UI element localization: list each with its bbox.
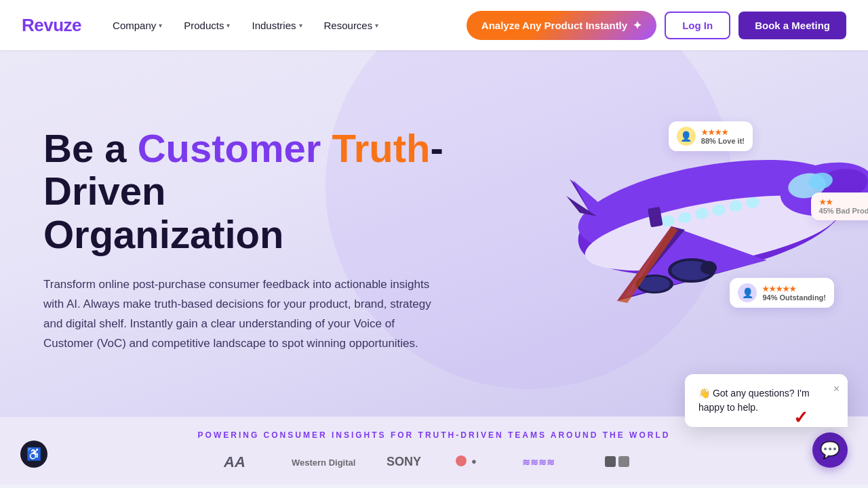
sparkle-icon: ✦ xyxy=(633,19,642,32)
chat-open-button[interactable]: 💬 xyxy=(812,432,848,468)
chat-message: 👋 Got any questions? I'm happy to help. xyxy=(698,386,834,415)
navbar: Revuze Company ▾ Products ▾ Industries ▾… xyxy=(0,0,868,50)
logo-aa: AA xyxy=(224,451,264,471)
analyze-button[interactable]: Analyze Any Product Instantly ✦ xyxy=(467,11,656,40)
review-card-1: 👤 ★★★★ 88% Love it! xyxy=(669,121,753,151)
verizon-logo: ✓ xyxy=(793,407,808,428)
svg-text:≋≋≋≋: ≋≋≋≋ xyxy=(522,457,555,468)
logo-5: ≋≋≋≋ xyxy=(522,451,576,471)
nav-products[interactable]: Products ▾ xyxy=(174,14,239,37)
chat-bubble: × 👋 Got any questions? I'm happy to help… xyxy=(685,374,848,427)
review-label-2: 45% Bad Product xyxy=(819,207,868,215)
logos-row: AA Western Digital SONY ● ≋≋≋≋ xyxy=(43,451,825,471)
chat-widget: × 👋 Got any questions? I'm happy to help… xyxy=(812,432,848,468)
nav-resources[interactable]: Resources ▾ xyxy=(315,14,389,37)
logo-4: ● xyxy=(454,451,495,471)
logo-sony: SONY xyxy=(387,451,427,471)
close-icon[interactable]: × xyxy=(833,381,840,397)
logo-re: Re xyxy=(22,15,43,36)
avatar-1: 👤 xyxy=(677,127,696,146)
logo-vuze: vuze xyxy=(43,15,81,36)
hero-section: Be a Customer Truth-DrivenOrganization T… xyxy=(0,50,868,416)
logo-6 xyxy=(604,451,644,471)
chevron-down-icon: ▾ xyxy=(226,22,230,29)
chevron-down-icon: ▾ xyxy=(299,22,302,29)
review-label-1: 88% Love it! xyxy=(701,137,745,145)
hero-left: Be a Customer Truth-DrivenOrganization T… xyxy=(43,127,491,354)
powering-label: POWERING CONSUMER INSIGHTS FOR TRUTH-DRI… xyxy=(43,430,825,440)
logo-western-digital: Western Digital xyxy=(292,451,359,471)
svg-point-24 xyxy=(456,455,467,466)
chevron-down-icon: ▾ xyxy=(375,22,378,29)
book-meeting-button[interactable]: Book a Meeting xyxy=(738,12,846,39)
review-card-2: ★★ 45% Bad Product xyxy=(811,192,868,220)
review-card-3: 👤 ★★★★★ 94% Outstanding! xyxy=(730,278,834,308)
svg-text:AA: AA xyxy=(224,453,245,470)
svg-text:SONY: SONY xyxy=(387,455,421,468)
site-logo[interactable]: Revuze xyxy=(22,15,81,36)
nav-links: Company ▾ Products ▾ Industries ▾ Resour… xyxy=(103,14,461,37)
hero-illustration: 👤 ★★★★ 88% Love it! ★★ 45% Bad Product 👤… xyxy=(509,57,868,409)
accessibility-icon: ♿ xyxy=(26,447,41,462)
nav-company[interactable]: Company ▾ xyxy=(103,14,172,37)
login-button[interactable]: Log In xyxy=(665,12,730,39)
chevron-down-icon: ▾ xyxy=(159,22,162,29)
avatar-2: 👤 xyxy=(738,283,757,302)
nav-cta-group: Analyze Any Product Instantly ✦ Log In B… xyxy=(467,11,846,40)
hero-heading: Be a Customer Truth-DrivenOrganization xyxy=(43,127,491,256)
hero-customer-word: Customer xyxy=(138,126,321,170)
svg-rect-28 xyxy=(618,456,629,467)
hero-truth-word: Truth xyxy=(321,126,430,170)
svg-point-9 xyxy=(701,261,717,274)
accessibility-button[interactable]: ♿ xyxy=(20,441,47,468)
svg-text:●: ● xyxy=(471,456,477,466)
review-label-3: 94% Outstanding! xyxy=(762,293,826,302)
svg-rect-27 xyxy=(605,456,616,467)
svg-text:Western Digital: Western Digital xyxy=(292,458,355,468)
nav-industries[interactable]: Industries ▾ xyxy=(242,14,311,37)
hero-description: Transform online post-purchase consumer … xyxy=(43,275,437,354)
